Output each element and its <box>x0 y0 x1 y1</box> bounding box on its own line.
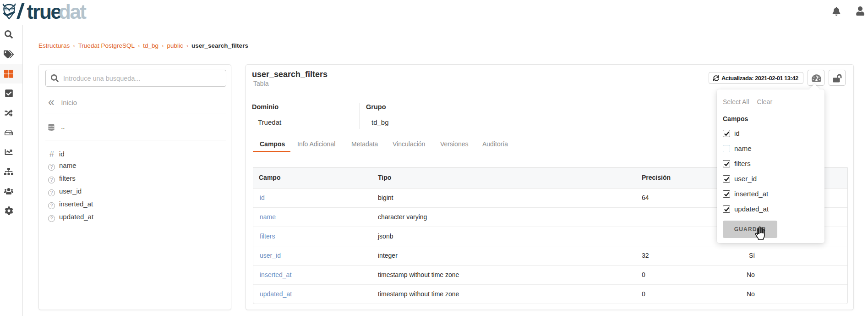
svg-text:true: true <box>27 0 61 21</box>
svg-text:dat: dat <box>59 0 87 21</box>
